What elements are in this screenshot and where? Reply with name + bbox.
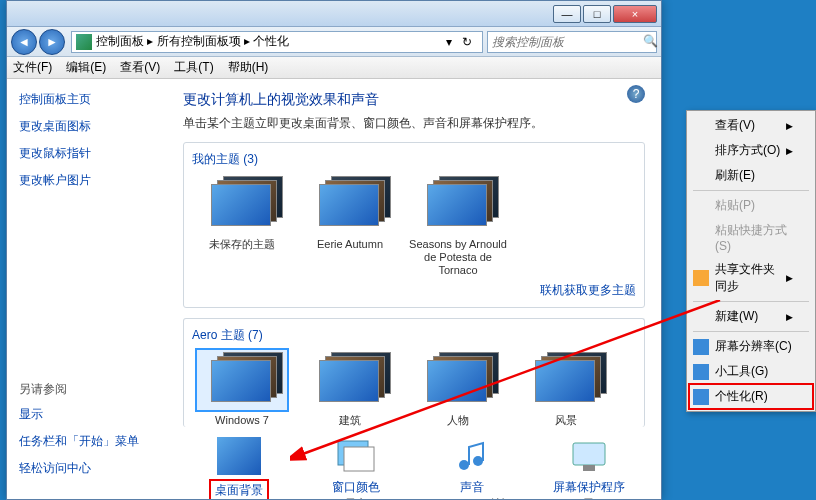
- control-panel-icon: [76, 34, 92, 50]
- context-menu-item: 粘贴(P): [689, 193, 813, 218]
- search-input[interactable]: [492, 35, 643, 49]
- theme-label: 风景: [516, 414, 616, 427]
- svg-rect-4: [573, 443, 605, 465]
- screensaver-icon: [567, 437, 611, 475]
- menu-item-label: 新建(W): [715, 308, 758, 325]
- menu-edit[interactable]: 编辑(E): [66, 59, 106, 76]
- menu-tools[interactable]: 工具(T): [174, 59, 213, 76]
- theme-item[interactable]: Seasons by Arnould de Potesta de Tornaco: [408, 174, 508, 278]
- submenu-arrow-icon: ▶: [786, 312, 793, 322]
- refresh-icon[interactable]: ↻: [462, 35, 478, 49]
- context-menu-item[interactable]: 小工具(G): [689, 359, 813, 384]
- menu-separator: [693, 190, 809, 191]
- sidebar-link[interactable]: 更改桌面图标: [19, 118, 155, 135]
- sidebar-link[interactable]: 任务栏和「开始」菜单: [19, 433, 155, 450]
- setting-sub: 无: [541, 496, 638, 499]
- group-title: Aero 主题 (7): [192, 327, 636, 344]
- back-button[interactable]: ◄: [11, 29, 37, 55]
- sidebar-link[interactable]: 更改鼠标指针: [19, 145, 155, 162]
- context-menu-item[interactable]: 排序方式(O)▶: [689, 138, 813, 163]
- sidebar: 控制面板主页 更改桌面图标 更改鼠标指针 更改帐户图片 另请参阅 显示 任务栏和…: [7, 79, 167, 499]
- page-title: 更改计算机上的视觉效果和声音: [183, 91, 645, 109]
- search-box[interactable]: 🔍: [487, 31, 657, 53]
- context-menu-item[interactable]: 屏幕分辨率(C): [689, 334, 813, 359]
- settings-row: 桌面背景Harmony窗口颜色天空声音Windows 默认屏幕保护程序无: [183, 437, 645, 499]
- context-menu-item[interactable]: 刷新(E): [689, 163, 813, 188]
- theme-label: 未保存的主题: [192, 238, 292, 251]
- desktop-bg-icon: [217, 437, 261, 475]
- menu-file[interactable]: 文件(F): [13, 59, 52, 76]
- theme-item[interactable]: Eerie Autumn: [300, 174, 400, 278]
- menu-item-label: 粘贴快捷方式(S): [715, 222, 793, 253]
- setting-sub: 天空: [308, 496, 405, 499]
- menu-item-icon: [693, 364, 709, 380]
- setting-label: 声音: [424, 479, 521, 496]
- help-icon[interactable]: ?: [627, 85, 645, 103]
- maximize-button[interactable]: □: [583, 5, 611, 23]
- setting-bg[interactable]: 桌面背景Harmony: [191, 437, 288, 499]
- menu-item-label: 刷新(E): [715, 167, 755, 184]
- setting-sub: Windows 默认: [424, 496, 521, 499]
- context-menu-item[interactable]: 共享文件夹同步▶: [689, 257, 813, 299]
- theme-label: 人物: [408, 414, 508, 427]
- theme-thumbnail: [197, 174, 287, 234]
- breadcrumb-dropdown-icon[interactable]: ▾: [446, 35, 462, 49]
- forward-button[interactable]: ►: [39, 29, 65, 55]
- breadcrumb-text: 控制面板 ▸ 所有控制面板项 ▸ 个性化: [96, 33, 289, 50]
- submenu-arrow-icon: ▶: [786, 121, 793, 131]
- menu-view[interactable]: 查看(V): [120, 59, 160, 76]
- setting-saver[interactable]: 屏幕保护程序无: [541, 437, 638, 499]
- window-color-icon: [334, 437, 378, 475]
- menu-separator: [693, 301, 809, 302]
- context-menu-item: 粘贴快捷方式(S): [689, 218, 813, 257]
- theme-thumbnail: [413, 350, 503, 410]
- svg-point-3: [473, 456, 483, 466]
- svg-point-2: [459, 460, 469, 470]
- content-pane: 更改计算机上的视觉效果和声音 单击某个主题立即更改桌面背景、窗口颜色、声音和屏幕…: [167, 79, 661, 499]
- context-menu-item[interactable]: 新建(W)▶: [689, 304, 813, 329]
- search-icon[interactable]: 🔍: [643, 34, 658, 50]
- menu-item-icon: [693, 389, 709, 405]
- setting-color[interactable]: 窗口颜色天空: [308, 437, 405, 499]
- menu-item-label: 粘贴(P): [715, 197, 755, 214]
- page-subtitle: 单击某个主题立即更改桌面背景、窗口颜色、声音和屏幕保护程序。: [183, 115, 645, 132]
- menu-item-label: 排序方式(O): [715, 142, 780, 159]
- setting-sound[interactable]: 声音Windows 默认: [424, 437, 521, 499]
- theme-item[interactable]: 建筑: [300, 350, 400, 427]
- svg-rect-1: [344, 447, 374, 471]
- minimize-button[interactable]: —: [553, 5, 581, 23]
- menu-help[interactable]: 帮助(H): [228, 59, 269, 76]
- theme-thumbnail: [305, 350, 395, 410]
- theme-item[interactable]: 未保存的主题: [192, 174, 292, 278]
- menu-item-icon: [693, 339, 709, 355]
- sidebar-link[interactable]: 控制面板主页: [19, 91, 155, 108]
- sidebar-link[interactable]: 更改帐户图片: [19, 172, 155, 189]
- titlebar: — □ ×: [7, 1, 661, 27]
- setting-label: 桌面背景: [209, 479, 269, 499]
- theme-item[interactable]: 风景: [516, 350, 616, 427]
- personalization-window: — □ × ◄ ► 控制面板 ▸ 所有控制面板项 ▸ 个性化 ▾ ↻ 🔍 文件(…: [6, 0, 662, 500]
- sidebar-link[interactable]: 显示: [19, 406, 155, 423]
- context-menu-item[interactable]: 查看(V)▶: [689, 113, 813, 138]
- menu-item-label: 共享文件夹同步: [715, 261, 786, 295]
- sidebar-section-label: 另请参阅: [19, 381, 155, 398]
- theme-item[interactable]: Windows 7: [192, 350, 292, 427]
- sound-icon: [450, 437, 494, 475]
- svg-rect-5: [583, 465, 595, 471]
- submenu-arrow-icon: ▶: [786, 273, 793, 283]
- theme-label: Windows 7: [192, 414, 292, 427]
- aero-themes-group: Aero 主题 (7) Windows 7建筑人物风景: [183, 318, 645, 427]
- more-themes-link[interactable]: 联机获取更多主题: [540, 283, 636, 297]
- setting-label: 窗口颜色: [308, 479, 405, 496]
- theme-thumbnail: [413, 174, 503, 234]
- theme-item[interactable]: 人物: [408, 350, 508, 427]
- context-menu-item[interactable]: 个性化(R): [689, 384, 813, 409]
- close-button[interactable]: ×: [613, 5, 657, 23]
- my-themes-group: 我的主题 (3) 未保存的主题Eerie AutumnSeasons by Ar…: [183, 142, 645, 308]
- submenu-arrow-icon: ▶: [786, 146, 793, 156]
- menu-item-label: 个性化(R): [715, 388, 768, 405]
- breadcrumb[interactable]: 控制面板 ▸ 所有控制面板项 ▸ 个性化 ▾ ↻: [71, 31, 483, 53]
- sidebar-link[interactable]: 轻松访问中心: [19, 460, 155, 477]
- menubar: 文件(F) 编辑(E) 查看(V) 工具(T) 帮助(H): [7, 57, 661, 79]
- setting-label: 屏幕保护程序: [541, 479, 638, 496]
